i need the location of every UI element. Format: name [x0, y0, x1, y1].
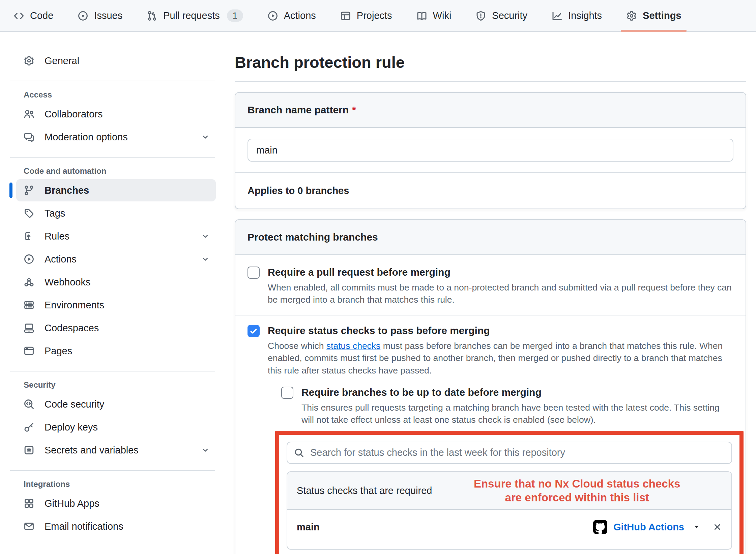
option-description: Choose which status checks must pass bef…: [268, 340, 733, 377]
sidebar-item-webhooks[interactable]: Webhooks: [16, 271, 216, 293]
sidebar-item-label: General: [45, 55, 79, 66]
sidebar-item-collaborators[interactable]: Collaborators: [16, 103, 216, 125]
sidebar-section-title-code-automation: Code and automation: [24, 166, 216, 176]
comment-discussion-icon: [24, 132, 34, 142]
option-require-status-checks: Require status checks to pass before mer…: [248, 324, 733, 554]
require-pull-request-checkbox[interactable]: [248, 267, 260, 279]
main-content: Branch protection rule Branch name patte…: [235, 32, 746, 554]
tab-label: Settings: [643, 10, 681, 21]
tab-pull-requests[interactable]: Pull requests 1: [143, 0, 246, 31]
sidebar-item-environments[interactable]: Environments: [16, 294, 216, 316]
protect-matching-branches-body: Require a pull request before merging Wh…: [235, 255, 746, 554]
sidebar-item-label: Rules: [45, 231, 69, 242]
sidebar-item-secrets-variables[interactable]: Secrets and variables: [16, 439, 216, 461]
option-label: Require branches to be up to date before…: [301, 386, 733, 399]
required-status-checks-title: Status checks that are required: [297, 485, 432, 496]
browser-icon: [24, 345, 34, 356]
sidebar-item-label: Collaborators: [45, 109, 103, 120]
tab-label: Wiki: [433, 10, 452, 21]
option-label: Require a pull request before merging: [268, 266, 733, 279]
chevron-down-icon[interactable]: [201, 232, 210, 241]
table-icon: [340, 10, 351, 21]
applies-to-branches-row: Applies to 0 branches: [235, 172, 746, 209]
tab-security[interactable]: Security: [472, 0, 531, 31]
option-text: Require status checks to pass before mer…: [268, 324, 733, 554]
sidebar-divider: [10, 81, 215, 81]
dropdown-caret-icon[interactable]: [693, 525, 700, 529]
tag-icon: [24, 208, 34, 219]
chevron-down-icon[interactable]: [201, 255, 210, 264]
sidebar-item-email-notifications[interactable]: Email notifications: [16, 515, 216, 537]
tab-label: Issues: [94, 10, 122, 21]
settings-sidebar: General Access Collaborators Moderation …: [0, 32, 223, 538]
repo-tab-bar: Code Issues Pull requests 1 Actions Proj…: [0, 0, 756, 32]
chevron-down-icon[interactable]: [201, 133, 210, 141]
status-checks-link[interactable]: status checks: [326, 341, 381, 351]
sidebar-section-title-access: Access: [24, 90, 216, 100]
sidebar-item-github-apps[interactable]: GitHub Apps: [16, 492, 216, 515]
remove-status-check-icon[interactable]: [713, 522, 722, 532]
section-divider: [235, 315, 746, 315]
sidebar-item-branches[interactable]: Branches: [16, 179, 216, 201]
protect-matching-branches-header: Protect matching branches: [235, 220, 746, 255]
webhook-icon: [24, 277, 34, 287]
tab-wiki[interactable]: Wiki: [413, 0, 455, 31]
annotation-highlight-box: Status checks that are required Ensure t…: [275, 431, 744, 554]
sidebar-item-code-security[interactable]: Code security: [16, 393, 216, 415]
chevron-down-icon[interactable]: [201, 446, 210, 454]
option-description: This ensures pull requests targeting a m…: [301, 401, 733, 426]
server-icon: [24, 300, 34, 310]
sidebar-item-moderation-options[interactable]: Moderation options: [16, 126, 216, 148]
branch-name-pattern-input[interactable]: [248, 139, 733, 162]
status-checks-search: [287, 442, 732, 464]
rules-icon: [24, 231, 34, 242]
sidebar-item-deploy-keys[interactable]: Deploy keys: [16, 416, 216, 438]
tab-issues[interactable]: Issues: [74, 0, 126, 31]
code-icon: [13, 10, 24, 21]
tab-label: Projects: [357, 10, 392, 21]
status-checks-search-input[interactable]: [310, 447, 725, 459]
sidebar-item-label: Tags: [45, 208, 65, 219]
graph-icon: [552, 10, 562, 21]
require-up-to-date-checkbox[interactable]: [281, 387, 293, 399]
check-icon: [249, 327, 258, 335]
tab-code[interactable]: Code: [10, 0, 57, 31]
option-text: Require a pull request before merging Wh…: [268, 266, 733, 306]
page-title: Branch protection rule: [235, 53, 746, 72]
sidebar-item-actions[interactable]: Actions: [16, 248, 216, 270]
sidebar-item-pages[interactable]: Pages: [16, 340, 216, 362]
branch-name-pattern-label: Branch name pattern: [248, 104, 349, 115]
sidebar-item-codespaces[interactable]: Codespaces: [16, 317, 216, 339]
book-icon: [416, 10, 427, 21]
option-require-up-to-date: Require branches to be up to date before…: [281, 386, 733, 426]
tab-actions[interactable]: Actions: [264, 0, 319, 31]
required-status-checks-list: Status checks that are required Ensure t…: [287, 471, 732, 550]
sidebar-item-label: Actions: [45, 254, 77, 265]
sidebar-item-general[interactable]: General: [16, 50, 216, 72]
status-check-name: main: [297, 522, 320, 533]
tab-settings[interactable]: Settings: [623, 0, 685, 31]
pull-requests-count-badge: 1: [227, 9, 243, 22]
tab-insights[interactable]: Insights: [548, 0, 605, 31]
sidebar-item-label: Email notifications: [45, 521, 123, 532]
mail-icon: [24, 521, 34, 532]
status-check-row: main GitHub Actions: [287, 510, 731, 549]
option-text: Require branches to be up to date before…: [301, 386, 733, 426]
required-asterisk: *: [352, 104, 356, 115]
key-icon: [24, 422, 34, 433]
tab-projects[interactable]: Projects: [337, 0, 396, 31]
sidebar-item-label: Code security: [45, 399, 104, 410]
require-status-checks-checkbox[interactable]: [248, 325, 260, 337]
play-icon: [267, 10, 278, 21]
provider-link[interactable]: GitHub Actions: [613, 522, 684, 533]
sidebar-item-rules[interactable]: Rules: [16, 225, 216, 247]
branch-name-pattern-header: Branch name pattern*: [235, 93, 746, 128]
tab-label: Actions: [284, 10, 316, 21]
tab-label: Insights: [568, 10, 602, 21]
sidebar-item-label: Codespaces: [45, 323, 99, 334]
issue-opened-icon: [78, 10, 88, 21]
sidebar-item-tags[interactable]: Tags: [16, 202, 216, 224]
sidebar-item-label: Secrets and variables: [45, 445, 139, 456]
required-status-checks-header: Status checks that are required Ensure t…: [287, 472, 731, 510]
git-pull-request-icon: [147, 10, 157, 21]
